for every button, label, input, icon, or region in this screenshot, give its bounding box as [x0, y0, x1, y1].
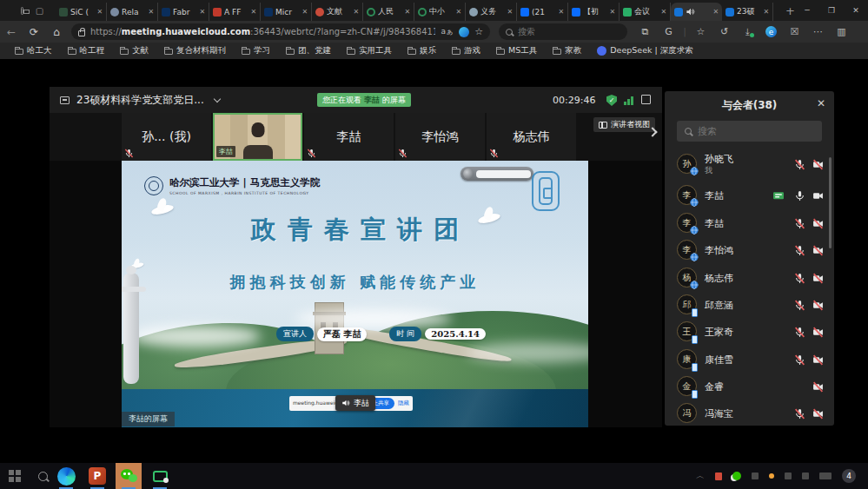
mic-muted-icon[interactable]: [307, 149, 316, 158]
split-screen-icon[interactable]: [459, 27, 469, 37]
taskbar-edge[interactable]: [53, 463, 79, 489]
close-window-button[interactable]: ✕: [844, 0, 868, 21]
camera-off-icon[interactable]: [812, 381, 824, 393]
copilot-icon[interactable]: G: [658, 23, 679, 41]
bookmark-folder[interactable]: 游戏: [446, 44, 487, 58]
web-capture-icon[interactable]: ⧉: [634, 23, 656, 41]
mic-muted-icon[interactable]: [794, 273, 805, 284]
taskbar-screenshare-app[interactable]: [147, 463, 173, 489]
participant-row[interactable]: 康 康佳雪: [665, 347, 834, 373]
minimize-button[interactable]: ─: [795, 0, 819, 21]
hide-share-bar-button[interactable]: 隐藏: [398, 400, 409, 407]
camera-off-icon[interactable]: [812, 159, 824, 170]
video-tile-self[interactable]: 孙... (我): [122, 113, 211, 161]
browser-tab-chu[interactable]: 【初✕: [568, 3, 620, 21]
tab-close-icon[interactable]: ✕: [660, 8, 666, 16]
browser-essentials-icon[interactable]: e: [760, 23, 782, 41]
camera-off-icon[interactable]: [812, 273, 824, 284]
video-tile-liyihong[interactable]: 李怡鸿: [395, 113, 485, 161]
search-input[interactable]: [518, 27, 605, 36]
browser-tab-fabr[interactable]: Fabr✕: [158, 3, 209, 21]
tab-close-icon[interactable]: ✕: [763, 8, 769, 16]
mic-muted-icon[interactable]: [398, 149, 407, 158]
bookmark-folder[interactable]: 复合材料期刊: [158, 44, 232, 58]
sidebar-toggle-icon[interactable]: ▥: [831, 23, 852, 41]
tab-close-icon[interactable]: ✕: [404, 8, 410, 16]
mic-muted-icon[interactable]: [794, 300, 805, 311]
participant-row[interactable]: 冯 冯海宝: [665, 401, 834, 427]
tab-close-icon[interactable]: ✕: [199, 8, 205, 16]
tab-actions-icon[interactable]: ▢: [36, 6, 43, 16]
participant-row[interactable]: 杨 杨志伟: [665, 266, 834, 292]
browser-tab-zhongxiao[interactable]: 中小✕: [414, 3, 466, 21]
video-tile-yangzhiwei[interactable]: 杨志伟: [487, 113, 576, 161]
mic-muted-icon[interactable]: [124, 149, 134, 158]
bookmark-folder[interactable]: 文献: [114, 44, 155, 58]
browser-tab-rela[interactable]: Rela✕: [107, 3, 158, 21]
bookmark-deepseek[interactable]: DeepSeek | 深度求索: [591, 44, 699, 58]
browser-tab-yiwu[interactable]: 义务✕: [466, 3, 517, 21]
camera-off-icon[interactable]: [812, 218, 824, 229]
tab-close-icon[interactable]: ✕: [558, 8, 564, 16]
tab-close-icon[interactable]: ✕: [301, 8, 308, 16]
tab-close-icon[interactable]: ✕: [712, 8, 719, 16]
camera-off-icon[interactable]: [812, 327, 824, 338]
participant-row[interactable]: 孙 孙晓飞 我: [665, 152, 834, 178]
browser-tab-micr[interactable]: Micr✕: [261, 3, 312, 21]
chevron-down-icon[interactable]: [213, 95, 220, 102]
participant-search-input[interactable]: [698, 126, 802, 137]
bookmark-folder[interactable]: 学习: [235, 44, 276, 58]
participant-row[interactable]: 王 王家奇: [665, 320, 834, 346]
start-button[interactable]: [9, 470, 21, 482]
taskbar-powerpoint[interactable]: P: [84, 463, 110, 489]
browser-tab-wenxian[interactable]: 文献✕: [312, 3, 363, 21]
mic-muted-icon[interactable]: [794, 354, 805, 366]
favorites-icon[interactable]: ☆: [690, 23, 712, 41]
mic-muted-icon[interactable]: [794, 327, 805, 338]
tray-app-icon[interactable]: [752, 472, 759, 479]
participant-row-sharing[interactable]: 李 李喆: [665, 183, 834, 209]
volume-icon[interactable]: [802, 472, 809, 479]
browser-tab-meeting-active[interactable]: ✕: [671, 3, 722, 21]
participant-row[interactable]: 邱 邱意涵: [665, 293, 834, 319]
taskbar-search-icon[interactable]: [38, 472, 48, 481]
participant-row[interactable]: 李 李喆: [665, 211, 834, 237]
browser-tab-23shuo[interactable]: 23硕✕: [722, 3, 773, 21]
mic-muted-icon[interactable]: [489, 149, 499, 158]
camera-off-icon[interactable]: [812, 300, 824, 311]
tab-close-icon[interactable]: ✕: [609, 8, 615, 16]
tab-close-icon[interactable]: ✕: [455, 8, 461, 16]
tab-close-icon[interactable]: ✕: [148, 8, 154, 16]
camera-off-icon[interactable]: [812, 245, 824, 256]
lock-icon[interactable]: [78, 30, 85, 36]
url-text[interactable]: https://meeting.huaweicloud.com:36443/we…: [90, 27, 435, 36]
audio-volume-widget[interactable]: [461, 167, 533, 181]
video-tile-lizhe[interactable]: 李喆: [304, 113, 394, 161]
tray-status-dot[interactable]: [769, 473, 774, 479]
new-tab-button[interactable]: +: [785, 4, 795, 17]
bookmark-folder[interactable]: MS工具: [490, 44, 543, 58]
workspaces-icon[interactable]: [21, 7, 23, 15]
clock-area[interactable]: [819, 472, 832, 479]
back-button[interactable]: ←: [0, 26, 23, 38]
camera-on-icon[interactable]: [812, 190, 824, 202]
tab-audio-speaker-icon[interactable]: [686, 7, 695, 17]
browser-tab-aff[interactable]: A FF✕: [209, 3, 261, 21]
participant-search[interactable]: [677, 121, 822, 142]
tray-app-icon[interactable]: [715, 472, 722, 480]
browser-tab-huiyi[interactable]: 会议✕: [620, 3, 671, 21]
mic-on-icon[interactable]: [794, 190, 805, 202]
search-box[interactable]: [499, 23, 627, 40]
camera-off-icon[interactable]: [812, 408, 824, 420]
panel-scrollbar[interactable]: [829, 157, 832, 248]
address-bar[interactable]: https://meeting.huaweicloud.com:36443/we…: [71, 23, 490, 40]
fullscreen-icon[interactable]: [641, 95, 651, 104]
downloads-icon[interactable]: ⤓: [737, 23, 759, 41]
favorite-star-icon[interactable]: ☆: [474, 26, 483, 37]
mic-muted-icon[interactable]: [794, 408, 805, 420]
speaker-view-button[interactable]: 演讲者视图: [593, 117, 655, 132]
tab-close-icon[interactable]: ✕: [353, 8, 359, 16]
translate-icon[interactable]: аぁ: [441, 26, 454, 37]
security-shield-icon[interactable]: ✓: [606, 95, 617, 106]
bookmark-folder[interactable]: 娱乐: [401, 44, 442, 58]
